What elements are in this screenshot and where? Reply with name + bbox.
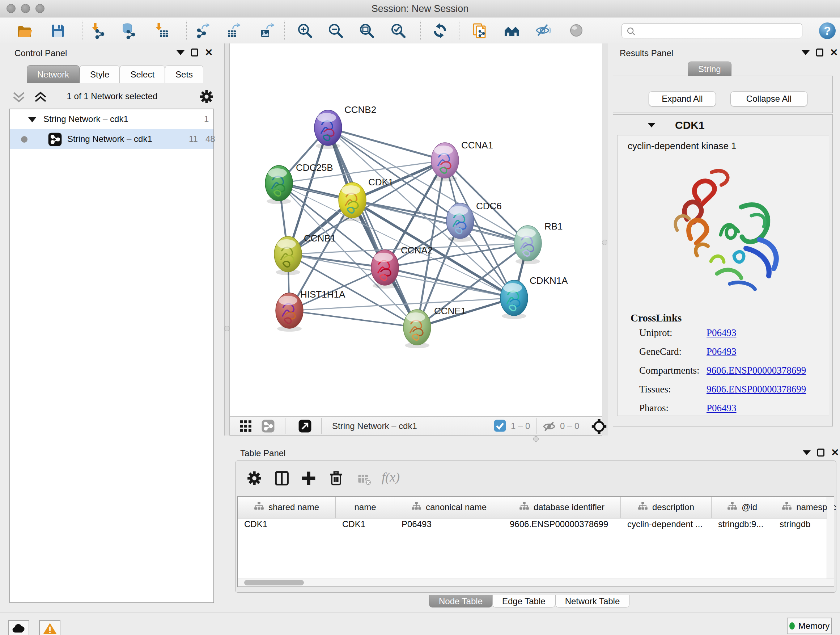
expand-all-button[interactable]: Expand All <box>649 91 716 106</box>
tab-select[interactable]: Select <box>120 65 165 83</box>
houses-icon[interactable] <box>504 22 521 39</box>
network-edge[interactable] <box>385 268 514 298</box>
column-header-@id[interactable]: @id <box>712 497 773 518</box>
crosshair-icon[interactable] <box>591 418 607 436</box>
close-panel-icon[interactable]: ✕ <box>205 49 213 57</box>
crosslink-link[interactable]: P06493 <box>706 346 737 357</box>
column-header-shared-name[interactable]: shared name <box>238 497 336 518</box>
cloud-icon <box>11 623 26 634</box>
panel-menu-icon[interactable] <box>177 50 185 55</box>
documents-share-icon[interactable] <box>471 22 488 39</box>
hide-eye-icon[interactable] <box>535 22 552 39</box>
table-cell[interactable]: CDK1 <box>238 519 336 534</box>
import-database-icon[interactable] <box>120 22 137 39</box>
crosslink-link[interactable]: 9606.ENSP00000378699 <box>706 384 806 395</box>
network-node-hist1h1a[interactable] <box>276 293 303 332</box>
column-header-description[interactable]: description <box>621 497 712 518</box>
sphere-icon[interactable] <box>568 22 585 39</box>
export-table-icon[interactable] <box>226 22 242 39</box>
crosslink-link[interactable]: 9606.ENSP00000378699 <box>706 365 806 376</box>
tab-edge-table[interactable]: Edge Table <box>493 595 555 608</box>
export-view-icon[interactable] <box>298 419 312 434</box>
network-node-cdc6[interactable] <box>447 203 474 242</box>
left-splitter[interactable] <box>224 43 230 435</box>
warning-button[interactable] <box>39 620 60 635</box>
tab-string[interactable]: String <box>688 62 731 76</box>
zoom-fit-icon[interactable] <box>358 22 375 39</box>
table-horizontal-scrollbar[interactable] <box>238 578 834 586</box>
export-network-icon[interactable] <box>195 22 212 39</box>
network-node-ccnb1[interactable] <box>274 236 302 275</box>
crosslink-label: Pharos: <box>639 402 668 413</box>
float-panel-icon[interactable] <box>816 49 823 57</box>
network-node-ccne1[interactable] <box>403 310 431 348</box>
zoom-in-icon[interactable] <box>297 22 313 39</box>
save-icon[interactable] <box>50 22 66 39</box>
table-cell[interactable]: 9606.ENSP00000378699 <box>503 519 621 534</box>
column-header-database-identifier[interactable]: database identifier <box>503 497 621 518</box>
gear-icon[interactable] <box>199 89 214 106</box>
entry-collapse-icon[interactable] <box>647 123 655 127</box>
hidden-eye-icon[interactable] <box>542 419 556 435</box>
tab-sets[interactable]: Sets <box>165 65 203 83</box>
import-table-icon[interactable] <box>154 22 171 39</box>
network-node-cdkn1a[interactable] <box>500 280 528 319</box>
bottom-splitter[interactable] <box>230 435 840 442</box>
crosslink-link[interactable]: P06493 <box>706 327 737 339</box>
network-graph[interactable]: CCNB2CCNA1CDC25BCDK1CDC6RB1CCNB1CCNA2CDK… <box>230 43 602 416</box>
selected-checkbox-icon[interactable] <box>493 419 507 434</box>
refresh-icon[interactable] <box>431 22 448 39</box>
tab-network[interactable]: Network <box>27 65 80 83</box>
network-node-ccnb2[interactable] <box>314 110 342 149</box>
table-settings-gear-icon[interactable] <box>246 470 262 488</box>
zoom-selected-icon[interactable] <box>390 22 407 39</box>
open-folder-icon[interactable] <box>17 22 33 39</box>
network-node-rb1[interactable] <box>514 226 542 264</box>
float-panel-icon[interactable] <box>817 448 824 456</box>
right-splitter[interactable] <box>602 43 607 435</box>
add-column-icon[interactable] <box>301 470 317 488</box>
table-cell[interactable]: stringdb:9... <box>712 519 773 534</box>
panel-menu-icon[interactable] <box>803 450 811 455</box>
node-table[interactable]: shared namenamecanonical namedatabase id… <box>237 496 834 587</box>
tab-node-table[interactable]: Node Table <box>429 595 493 608</box>
network-canvas[interactable]: CCNB2CCNA1CDC25BCDK1CDC6RB1CCNB1CCNA2CDK… <box>230 43 602 435</box>
network-row[interactable]: String Network – cdk1 11 48 <box>10 129 213 149</box>
entry-header[interactable]: CDK1 <box>613 115 832 135</box>
node-label-cdkn1a: CDKN1A <box>530 275 568 286</box>
network-edge[interactable] <box>289 310 417 327</box>
tab-network-table[interactable]: Network Table <box>555 595 630 608</box>
float-panel-icon[interactable] <box>191 49 198 57</box>
crosslink-row: Pharos:P06493 <box>639 402 827 417</box>
splitter-handle[interactable] <box>224 326 230 331</box>
zoom-out-icon[interactable] <box>327 22 344 39</box>
cloud-button[interactable] <box>8 620 29 635</box>
grid-view-icon[interactable] <box>239 419 253 434</box>
close-panel-icon[interactable]: ✕ <box>830 49 838 57</box>
network-node-cdc25b[interactable] <box>265 165 293 204</box>
splitter-handle[interactable] <box>602 240 607 245</box>
table-cell[interactable]: cyclin-dependent ... <box>621 519 712 534</box>
show-columns-icon[interactable] <box>274 470 290 488</box>
scrollbar-thumb[interactable] <box>244 580 304 585</box>
tab-style[interactable]: Style <box>80 65 120 83</box>
network-share-icon[interactable] <box>261 419 275 434</box>
collapse-all-button[interactable]: Collapse All <box>730 91 807 106</box>
collection-expand-icon[interactable] <box>27 116 37 123</box>
column-header-name[interactable]: name <box>336 497 395 518</box>
export-image-icon[interactable] <box>259 22 276 39</box>
table-vertical-scrollbar[interactable] <box>827 497 834 586</box>
network-collection-row[interactable]: String Network – cdk1 1 <box>10 109 213 129</box>
table-cell[interactable]: P06493 <box>395 519 503 534</box>
column-header-canonical-name[interactable]: canonical name <box>395 497 503 518</box>
delete-column-trash-icon[interactable] <box>328 470 344 488</box>
table-cell[interactable]: CDK1 <box>336 519 395 534</box>
help-button[interactable]: ? <box>819 22 836 39</box>
close-panel-icon[interactable]: ✕ <box>831 448 839 456</box>
search-input[interactable] <box>622 23 802 38</box>
panel-menu-icon[interactable] <box>802 50 810 55</box>
splitter-handle[interactable] <box>533 436 538 442</box>
import-network-icon[interactable] <box>90 22 107 39</box>
crosslink-link[interactable]: P06493 <box>706 402 737 414</box>
memory-button[interactable]: Memory <box>787 618 832 634</box>
